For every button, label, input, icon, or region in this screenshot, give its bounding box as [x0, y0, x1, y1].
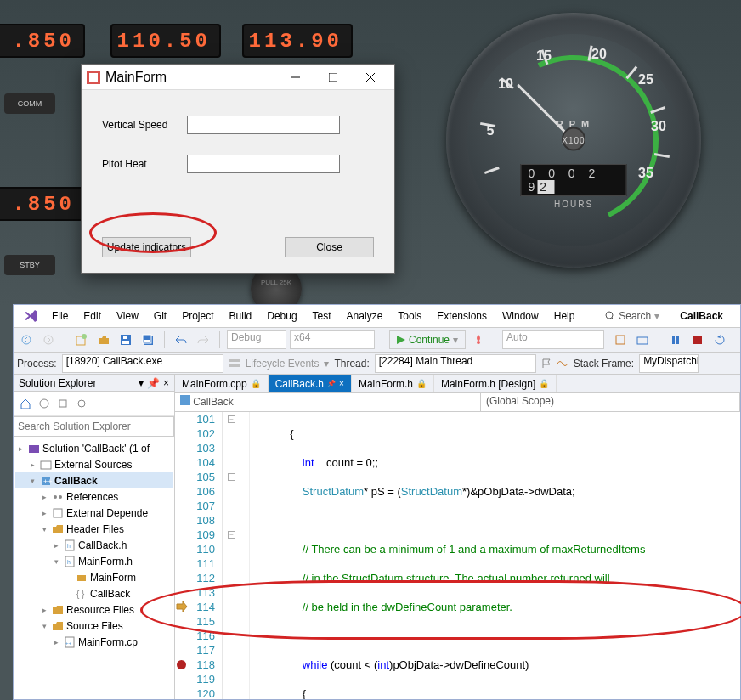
tree-resource-files[interactable]: ▸Resource Files — [15, 601, 173, 618]
sol-home-icon[interactable] — [17, 395, 34, 412]
dropdown-icon[interactable]: ▾ — [139, 377, 144, 389]
editor-navbar: CallBack (Global Scope) — [175, 393, 740, 412]
svg-rect-20 — [637, 337, 648, 344]
solution-explorer-search[interactable] — [14, 416, 174, 437]
update-indicators-button[interactable]: Update indicators — [102, 237, 191, 257]
hot-reload-button[interactable] — [469, 330, 488, 349]
stby-button[interactable]: STBY — [4, 255, 55, 275]
code-editor[interactable]: 101 102 103 104 105 106 107 108 109 110 … — [175, 412, 740, 699]
new-item-button[interactable] — [72, 330, 91, 349]
comm-button[interactable]: COMM — [4, 93, 55, 114]
tb-icon-1[interactable] — [611, 330, 630, 349]
tree-mainform-cpp[interactable]: ▸++MainForm.cp — [15, 634, 173, 650]
save-button[interactable] — [116, 330, 135, 349]
lifecycle-label: Lifecycle Events — [246, 358, 320, 370]
tree-callback-h[interactable]: ▸hCallBack.h — [15, 537, 173, 553]
vs-debugbar: Process: [18920] CallBack.exe Lifecycle … — [14, 353, 740, 375]
thread-combo[interactable]: [22284] Main Thread — [375, 354, 536, 373]
auto-combo[interactable]: Auto — [502, 330, 604, 349]
menu-window[interactable]: Window — [495, 307, 546, 325]
menu-test[interactable]: Test — [305, 307, 339, 325]
tree-project-callback[interactable]: ▾++CallBack — [15, 472, 173, 488]
continue-button[interactable]: Continue▾ — [389, 330, 466, 349]
tree-external-sources[interactable]: ▸External Sources — [15, 456, 173, 472]
tree-references[interactable]: ▸References — [15, 488, 173, 505]
close-tab-icon[interactable]: × — [339, 379, 344, 388]
menu-build[interactable]: Build — [222, 307, 260, 325]
close-window-button[interactable] — [352, 65, 389, 89]
tree-solution[interactable]: ▸Solution 'CallBack' (1 of — [15, 440, 173, 456]
menu-file[interactable]: File — [44, 307, 76, 325]
pause-button[interactable] — [666, 330, 685, 349]
svg-line-7 — [612, 318, 614, 320]
menu-analyze[interactable]: Analyze — [339, 307, 391, 325]
config-combo[interactable]: Debug — [227, 330, 286, 349]
tree-mainform-class[interactable]: MainForm — [15, 569, 173, 585]
menu-tools[interactable]: Tools — [390, 307, 429, 325]
tb-icon-2[interactable] — [633, 330, 652, 349]
svg-rect-28 — [29, 445, 39, 453]
stackframe-combo[interactable]: MyDispatchP — [639, 354, 699, 373]
tab-mainform-h[interactable]: MainForm.h🔒 — [352, 375, 434, 392]
navbar-scope-combo[interactable]: CallBack — [175, 393, 481, 411]
svg-point-9 — [44, 336, 53, 344]
platform-combo[interactable]: x64 — [290, 330, 375, 349]
svg-rect-17 — [144, 340, 150, 342]
navbar-member-combo[interactable]: (Global Scope) — [481, 393, 740, 411]
sol-toggle-icon[interactable] — [36, 395, 53, 412]
pitot-heat-input[interactable] — [187, 155, 340, 173]
rpm-tick-10: 10 — [493, 76, 518, 92]
nav-back-button[interactable] — [17, 330, 36, 349]
lifecycle-button[interactable] — [229, 358, 240, 370]
maximize-button[interactable] — [314, 65, 352, 89]
code-text[interactable]: { int count = 0;; StructDatum* pS = (Str… — [250, 412, 740, 699]
mainform-titlebar[interactable]: MainForm — [82, 65, 394, 90]
tree-external-deps[interactable]: ▸External Depende — [15, 505, 173, 521]
undo-button[interactable] — [172, 330, 190, 349]
rpm-sublabel: X100 — [467, 136, 680, 145]
tree-header-files[interactable]: ▾Header Files — [15, 521, 173, 537]
menu-help[interactable]: Help — [546, 307, 583, 325]
vs-menubar: File Edit View Git Project Build Debug T… — [14, 305, 740, 327]
tab-callback-h[interactable]: CallBack.h📌× — [269, 375, 352, 392]
close-panel-icon[interactable]: × — [163, 377, 169, 389]
sol-sync-icon[interactable] — [73, 395, 90, 412]
tab-mainform-cpp[interactable]: MainForm.cpp🔒 — [175, 375, 269, 392]
menu-extensions[interactable]: Extensions — [429, 307, 495, 325]
svg-rect-14 — [123, 336, 127, 339]
vs-toolbar: Debug x64 Continue▾ Auto — [14, 327, 740, 353]
rpm-label: R P M — [467, 119, 680, 129]
vertical-speed-input[interactable] — [187, 116, 340, 134]
rpm-tick-35: 35 — [633, 166, 659, 181]
minimize-button[interactable] — [277, 65, 314, 89]
stop-button[interactable] — [688, 330, 707, 349]
save-all-button[interactable] — [139, 330, 157, 349]
threads-icon[interactable] — [557, 358, 568, 369]
visual-studio-window: File Edit View Git Project Build Debug T… — [13, 304, 741, 700]
nav-forward-button[interactable] — [39, 330, 58, 349]
breakpoint-icon[interactable] — [177, 660, 186, 669]
stackframe-label: Stack Frame: — [574, 358, 634, 370]
vs-search[interactable]: Search▾ — [605, 310, 659, 322]
tree-callback-class[interactable]: { }CallBack — [15, 585, 173, 601]
menu-project[interactable]: Project — [174, 307, 221, 325]
menu-git[interactable]: Git — [146, 307, 174, 325]
process-combo[interactable]: [18920] CallBack.exe — [62, 354, 223, 373]
open-button[interactable] — [94, 330, 113, 349]
svg-rect-22 — [676, 336, 679, 344]
tree-mainform-h[interactable]: ▾hMainForm.h — [15, 553, 173, 569]
menu-debug[interactable]: Debug — [259, 307, 304, 325]
restart-button[interactable] — [710, 330, 729, 349]
flag-icon[interactable] — [541, 358, 552, 369]
close-button[interactable]: Close — [285, 237, 374, 257]
tab-mainform-design[interactable]: MainForm.h [Design]🔒 — [434, 375, 557, 392]
tree-source-files[interactable]: ▾Source Files — [15, 618, 173, 634]
cpp-icon — [180, 395, 190, 405]
sol-tool-icon[interactable] — [54, 395, 71, 412]
pin-icon[interactable]: 📌 — [147, 377, 160, 389]
menu-edit[interactable]: Edit — [76, 307, 109, 325]
menu-view[interactable]: View — [109, 307, 146, 325]
redo-button[interactable] — [194, 330, 212, 349]
svg-point-26 — [40, 399, 48, 408]
vs-logo-icon — [22, 308, 39, 325]
